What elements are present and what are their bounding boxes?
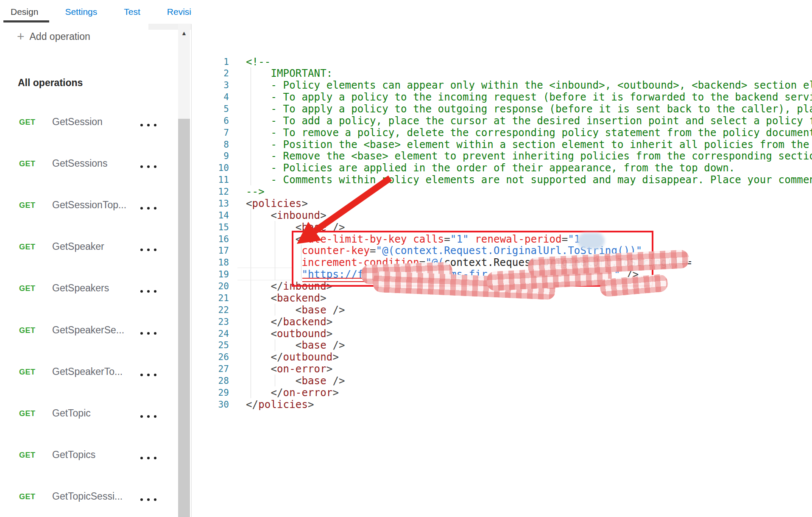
apim-policy-editor-page: DesignSettingsTestRevisionsChange log + … (0, 0, 812, 517)
line-number: 30 (192, 399, 229, 411)
line-number: 19 (192, 268, 229, 280)
operation-name: GetSpeaker (52, 241, 104, 252)
operation-row-gettopic[interactable]: GETGetTopic (0, 405, 176, 424)
add-operation-button[interactable]: + Add operation (17, 28, 136, 45)
line-number: 6 (192, 115, 229, 127)
operation-name: GetSessions (52, 158, 107, 169)
operation-name: GetSessionTop... (52, 199, 126, 211)
operation-menu-ellipsis[interactable] (140, 165, 156, 168)
tab-settings[interactable]: Settings (65, 0, 97, 23)
code-line-8: 8 - Position the <base> element within a… (192, 139, 812, 151)
line-number: 29 (192, 387, 229, 399)
line-number: 20 (192, 280, 229, 292)
line-number: 9 (192, 150, 229, 162)
operation-name: GetSession (52, 116, 103, 128)
redaction-blur (578, 233, 605, 249)
code-line-2: 2 IMPORTANT: (192, 67, 812, 79)
operation-menu-ellipsis[interactable] (140, 374, 156, 376)
code-line-5: 5 - To apply a policy to the outgoing re… (192, 103, 812, 115)
operation-row-getsessions[interactable]: GETGetSessions (0, 155, 176, 174)
method-badge: GET (19, 492, 36, 501)
code-line-23: 23 </backend> (192, 316, 812, 328)
code-line-30: 30</policies> (192, 399, 812, 411)
code-line-27: 27 <on-error> (192, 363, 812, 375)
line-number: 2 (192, 67, 229, 79)
line-number: 4 (192, 91, 229, 103)
method-badge: GET (19, 159, 36, 168)
method-badge: GET (19, 368, 36, 377)
operation-name: GetSpeakerTo... (52, 366, 123, 377)
line-number: 26 (192, 351, 229, 363)
line-number: 17 (192, 245, 229, 257)
add-operation-label: Add operation (30, 31, 90, 42)
operation-menu-ellipsis[interactable] (140, 457, 156, 459)
code-line-7: 7 - To remove a policy, delete the corre… (192, 127, 812, 139)
annotation-arrow (271, 165, 407, 259)
line-number: 12 (192, 186, 229, 198)
line-number: 23 (192, 316, 229, 328)
line-number: 7 (192, 127, 229, 139)
operation-menu-ellipsis[interactable] (140, 124, 156, 126)
method-badge: GET (19, 243, 36, 252)
operation-menu-ellipsis[interactable] (140, 290, 156, 293)
operation-name: GetSpeakers (52, 282, 109, 294)
line-number: 14 (192, 210, 229, 221)
code-line-9: 9 - Remove the <base> element to prevent… (192, 150, 812, 162)
operation-name: GetTopic (52, 408, 91, 419)
code-line-4: 4 - To apply a policy to the incoming re… (192, 91, 812, 103)
code-line-1: 1<!-- (192, 56, 812, 68)
operation-menu-ellipsis[interactable] (140, 249, 156, 251)
operation-menu-ellipsis[interactable] (140, 498, 156, 501)
code-line-28: 28 <base /> (192, 375, 812, 387)
all-operations-heading: All operations (18, 77, 83, 89)
operation-row-getspeaker[interactable]: GETGetSpeaker (0, 238, 176, 257)
line-number: 3 (192, 79, 229, 91)
operation-name: GetTopicSessi... (52, 491, 123, 502)
line-number: 22 (192, 304, 229, 316)
line-number: 24 (192, 328, 229, 340)
code-line-25: 25 <base /> (192, 339, 812, 351)
tab-test[interactable]: Test (124, 0, 140, 23)
line-number: 18 (192, 257, 229, 268)
code-line-22: 22 <base /> (192, 304, 812, 316)
code-line-29: 29 </on-error> (192, 387, 812, 399)
operation-row-getspeakers[interactable]: GETGetSpeakers (0, 280, 176, 299)
operation-name: GetTopics (52, 449, 95, 461)
line-number: 16 (192, 233, 229, 245)
operation-menu-ellipsis[interactable] (140, 415, 156, 418)
line-number: 8 (192, 139, 229, 151)
code-line-26: 26 </outbound> (192, 351, 812, 363)
method-badge: GET (19, 326, 36, 335)
line-number: 1 (192, 56, 229, 68)
line-number: 21 (192, 292, 229, 304)
operation-row-gettopicsessi[interactable]: GETGetTopicSessi... (0, 488, 176, 507)
method-badge: GET (19, 284, 36, 293)
operation-menu-ellipsis[interactable] (140, 332, 156, 335)
method-badge: GET (19, 201, 36, 210)
sidebar-scrollbar-thumb[interactable] (178, 119, 190, 517)
operation-row-getspeakerse[interactable]: GETGetSpeakerSe... (0, 322, 176, 341)
operation-row-gettopics[interactable]: GETGetTopics (0, 447, 176, 465)
line-number: 5 (192, 103, 229, 115)
line-number: 11 (192, 174, 229, 186)
tab-design[interactable]: Design (11, 0, 38, 23)
line-number: 15 (192, 221, 229, 233)
operation-menu-ellipsis[interactable] (140, 207, 156, 210)
operation-row-getsessiontop[interactable]: GETGetSessionTop... (0, 197, 176, 215)
method-badge: GET (19, 409, 36, 418)
plus-icon: + (17, 30, 25, 43)
code-line-6: 6 - To add a policy, place the cursor at… (192, 115, 812, 127)
line-number: 28 (192, 375, 229, 387)
method-badge: GET (19, 118, 36, 127)
code-line-24: 24 <outbound> (192, 328, 812, 340)
scroll-up-arrow-icon[interactable]: ▲ (178, 30, 190, 36)
code-line-3: 3 - Policy elements can appear only with… (192, 79, 812, 91)
method-badge: GET (19, 451, 36, 460)
line-number: 27 (192, 363, 229, 375)
line-number: 10 (192, 162, 229, 174)
operation-row-getspeakerto[interactable]: GETGetSpeakerTo... (0, 363, 176, 382)
operation-row-getsession[interactable]: GETGetSession (0, 114, 176, 132)
line-number: 25 (192, 339, 229, 351)
operation-name: GetSpeakerSe... (52, 324, 124, 336)
line-number: 13 (192, 198, 229, 210)
